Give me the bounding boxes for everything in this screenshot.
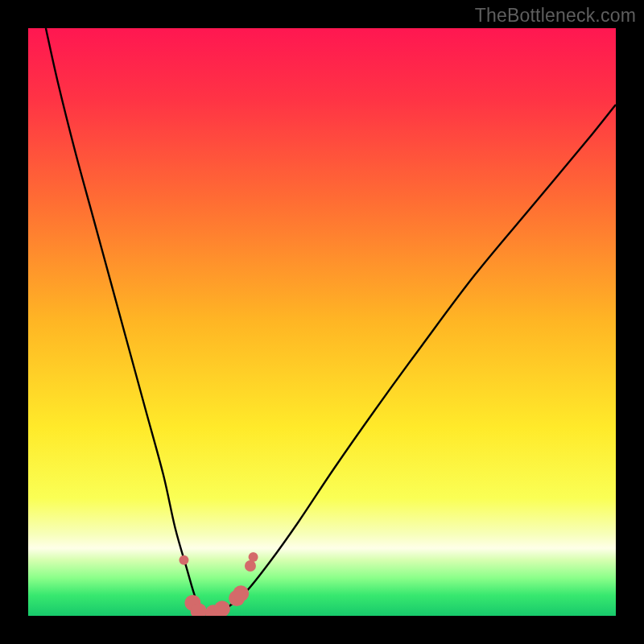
chart-plot-area bbox=[28, 28, 616, 616]
marker-point bbox=[233, 585, 249, 601]
marker-point bbox=[249, 552, 258, 562]
gradient-background bbox=[28, 28, 616, 616]
marker-point bbox=[245, 560, 256, 572]
chart-svg bbox=[28, 28, 616, 616]
outer-frame: TheBottleneck.com bbox=[0, 0, 644, 644]
marker-point bbox=[179, 555, 188, 565]
watermark-text: TheBottleneck.com bbox=[475, 5, 636, 27]
